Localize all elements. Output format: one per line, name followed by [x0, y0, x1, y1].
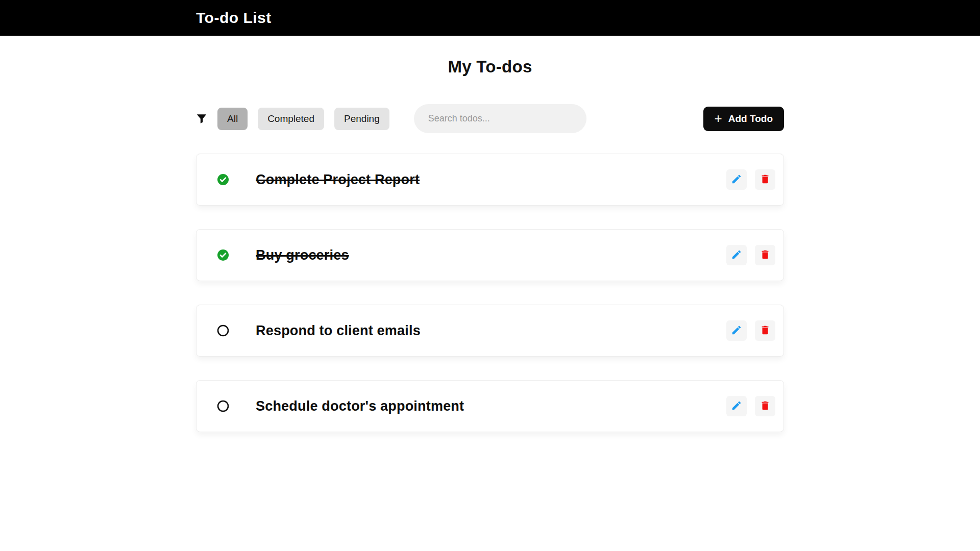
check-circle-icon [217, 173, 229, 186]
todo-actions [726, 396, 775, 416]
trash-icon [760, 249, 771, 262]
add-todo-button[interactable]: + Add Todo [703, 107, 784, 131]
plus-icon: + [715, 112, 722, 125]
todo-title: Schedule doctor's appointment [256, 398, 464, 414]
pencil-icon [731, 400, 742, 413]
edit-todo-button[interactable] [726, 169, 747, 190]
todo-title: Buy groceries [256, 247, 349, 263]
main-content: My To-dos All Completed Pending + Add To… [196, 57, 784, 432]
todo-checkbox[interactable] [217, 324, 229, 337]
pencil-icon [731, 173, 742, 186]
app-header: To-do List [0, 0, 980, 36]
todo-title: Respond to client emails [256, 323, 421, 339]
todo-checkbox[interactable] [217, 400, 229, 412]
filter-button-all[interactable]: All [217, 108, 248, 130]
todo-list: Complete Project Report Buy groceries [196, 154, 784, 432]
edit-todo-button[interactable] [726, 396, 747, 416]
search-input[interactable] [414, 104, 586, 133]
filter-funnel-icon [196, 113, 207, 124]
pencil-icon [731, 249, 742, 262]
todo-item: Schedule doctor's appointment [196, 380, 784, 432]
todo-actions [726, 169, 775, 190]
delete-todo-button[interactable] [755, 169, 775, 190]
todo-title: Complete Project Report [256, 172, 420, 188]
delete-todo-button[interactable] [755, 245, 775, 265]
todo-actions [726, 245, 775, 265]
todo-item: Respond to client emails [196, 305, 784, 357]
edit-todo-button[interactable] [726, 245, 747, 265]
filter-button-pending[interactable]: Pending [334, 108, 389, 130]
app-title: To-do List [196, 9, 272, 26]
trash-icon [760, 324, 771, 337]
todo-item: Complete Project Report [196, 154, 784, 206]
delete-todo-button[interactable] [755, 396, 775, 416]
trash-icon [760, 400, 771, 413]
add-todo-label: Add Todo [728, 113, 773, 124]
todo-checkbox[interactable] [217, 173, 229, 186]
trash-icon [760, 173, 771, 186]
filter-button-completed[interactable]: Completed [258, 108, 324, 130]
delete-todo-button[interactable] [755, 320, 775, 341]
edit-todo-button[interactable] [726, 320, 747, 341]
todo-actions [726, 320, 775, 341]
pencil-icon [731, 324, 742, 337]
todo-checkbox[interactable] [217, 249, 229, 261]
empty-circle-icon [217, 400, 229, 412]
page-title: My To-dos [196, 57, 784, 77]
check-circle-icon [217, 249, 229, 261]
todo-item: Buy groceries [196, 229, 784, 281]
empty-circle-icon [217, 324, 229, 337]
toolbar: All Completed Pending + Add Todo [196, 104, 784, 133]
